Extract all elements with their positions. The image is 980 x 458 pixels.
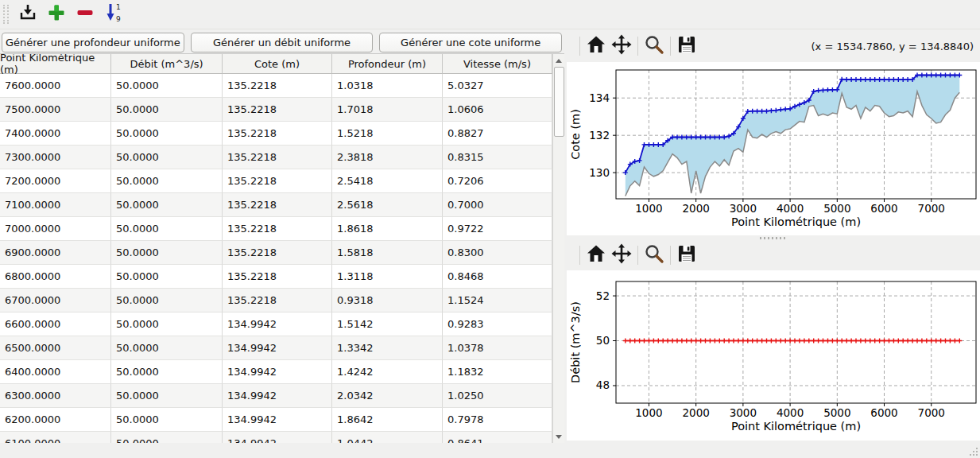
table-cell[interactable]: 50.0000 (111, 432, 223, 443)
table-cell[interactable]: 50.0000 (111, 408, 223, 432)
table-cell[interactable]: 0.8315 (443, 146, 552, 169)
table-cell[interactable]: 1.1832 (443, 360, 552, 384)
table-row[interactable]: 7400.000050.0000135.22181.52180.8827 (0, 122, 564, 146)
table-cell[interactable]: 2.0342 (332, 384, 443, 408)
table-row[interactable]: 7200.000050.0000135.22182.54180.7206 (0, 169, 564, 193)
table-cell[interactable]: 50.0000 (111, 289, 223, 312)
save-figure-button[interactable] (674, 243, 699, 267)
table-cell[interactable]: 1.0250 (443, 384, 552, 408)
table-cell[interactable]: 7000.0000 (0, 217, 111, 241)
table-cell[interactable]: 1.4242 (332, 360, 443, 384)
table-cell[interactable]: 50.0000 (111, 360, 223, 384)
table-row[interactable]: 6300.000050.0000134.99422.03421.0250 (0, 384, 564, 408)
table-row[interactable]: 6200.000050.0000134.99421.86420.7978 (0, 408, 564, 432)
table-cell[interactable]: 0.7978 (443, 408, 552, 432)
table-row[interactable]: 7000.000050.0000135.22181.86180.9722 (0, 217, 564, 241)
table-cell[interactable]: 1.5142 (332, 312, 443, 336)
table-cell[interactable]: 7600.0000 (0, 74, 111, 98)
save-figure-button[interactable] (674, 34, 699, 58)
home-button[interactable] (583, 34, 609, 58)
table-row[interactable]: 6600.000050.0000134.99421.51420.9283 (0, 312, 564, 336)
table-cell[interactable]: 6800.0000 (0, 265, 111, 289)
column-header[interactable]: Vitesse (m/s) (443, 54, 552, 74)
generate-uniform-depth-button[interactable]: Générer une profondeur uniforme (2, 33, 184, 52)
add-row-button[interactable] (44, 2, 69, 26)
table-cell[interactable]: 134.9942 (223, 360, 332, 384)
table-cell[interactable]: 135.2218 (223, 241, 332, 265)
table-cell[interactable]: 135.2218 (223, 169, 332, 193)
table-cell[interactable]: 50.0000 (111, 169, 223, 193)
table-row[interactable]: 6400.000050.0000134.99421.42421.1832 (0, 360, 564, 384)
table-cell[interactable]: 1.3342 (332, 336, 443, 360)
table-cell[interactable]: 50.0000 (111, 74, 223, 98)
table-cell[interactable]: 7500.0000 (0, 98, 111, 122)
table-cell[interactable]: 1.0378 (443, 336, 552, 360)
table-scrollbar[interactable] (552, 54, 564, 443)
table-cell[interactable]: 7400.0000 (0, 122, 111, 146)
scroll-up-button[interactable] (553, 55, 564, 67)
table-cell[interactable]: 134.9942 (223, 384, 332, 408)
table-cell[interactable]: 1.0606 (443, 98, 552, 122)
table-cell[interactable]: 0.8641 (443, 432, 552, 443)
table-cell[interactable]: 50.0000 (111, 384, 223, 408)
table-cell[interactable]: 1.8618 (332, 217, 443, 241)
scroll-down-button[interactable] (553, 431, 564, 443)
remove-row-button[interactable] (72, 2, 98, 26)
table-cell[interactable]: 1.7018 (332, 98, 443, 122)
window-resize-grip[interactable] (970, 448, 978, 456)
table-cell[interactable]: 1.3118 (332, 265, 443, 289)
table-cell[interactable]: 6400.0000 (0, 360, 111, 384)
table-cell[interactable]: 6100.0000 (0, 432, 111, 443)
table-cell[interactable]: 1.5218 (332, 122, 443, 146)
table-cell[interactable]: 135.2218 (223, 122, 332, 146)
generate-uniform-flow-button[interactable]: Générer un débit uniforme (191, 33, 374, 52)
table-cell[interactable]: 5.0327 (443, 74, 552, 98)
table-cell[interactable]: 6300.0000 (0, 384, 111, 408)
table-row[interactable]: 7300.000050.0000135.22182.38180.8315 (0, 146, 564, 169)
export-button[interactable] (15, 2, 41, 26)
table-cell[interactable]: 134.9942 (223, 312, 332, 336)
table-cell[interactable]: 1.8642 (332, 408, 443, 432)
table-cell[interactable]: 7300.0000 (0, 146, 111, 169)
table-cell[interactable]: 6900.0000 (0, 241, 111, 265)
table-row[interactable]: 6900.000050.0000135.22181.58180.8300 (0, 241, 564, 265)
table-cell[interactable]: 135.2218 (223, 74, 332, 98)
table-cell[interactable]: 50.0000 (111, 265, 223, 289)
table-cell[interactable]: 6600.0000 (0, 312, 111, 336)
generate-uniform-level-button[interactable]: Générer une cote uniforme (379, 33, 562, 52)
table-cell[interactable]: 0.8300 (443, 241, 552, 265)
table-row[interactable]: 7500.000050.0000135.22181.70181.0606 (0, 98, 564, 122)
table-cell[interactable]: 0.9722 (443, 217, 552, 241)
table-cell[interactable]: 2.5418 (332, 169, 443, 193)
column-header[interactable]: Profondeur (m) (332, 54, 443, 74)
home-button[interactable] (583, 243, 609, 267)
column-header[interactable]: Cote (m) (223, 54, 332, 74)
table-cell[interactable]: 50.0000 (111, 336, 223, 360)
pan-button[interactable] (609, 34, 634, 58)
table-cell[interactable]: 6700.0000 (0, 289, 111, 312)
zoom-button[interactable] (641, 34, 667, 58)
table-cell[interactable]: 135.2218 (223, 146, 332, 169)
table-row[interactable]: 6500.000050.0000134.99421.33421.0378 (0, 336, 564, 360)
pan-button[interactable] (609, 243, 634, 267)
table-cell[interactable]: 0.7000 (443, 193, 552, 217)
debit-chart[interactable]: 1000200030004000500060007000485052Point … (567, 270, 980, 441)
sort-rows-button[interactable]: 1 9 (101, 2, 126, 26)
table-cell[interactable]: 6200.0000 (0, 408, 111, 432)
table-cell[interactable]: 7200.0000 (0, 169, 111, 193)
table-row[interactable]: 6100.000050.0000134.99421.04420.8641 (0, 432, 564, 443)
table-cell[interactable]: 1.0442 (332, 432, 443, 443)
table-row[interactable]: 6800.000050.0000135.22181.31180.8468 (0, 265, 564, 289)
table-cell[interactable]: 2.3818 (332, 146, 443, 169)
table-cell[interactable]: 1.0318 (332, 74, 443, 98)
table-cell[interactable]: 1.5818 (332, 241, 443, 265)
table-cell[interactable]: 0.9318 (332, 289, 443, 312)
table-cell[interactable]: 2.5618 (332, 193, 443, 217)
table-row[interactable]: 6700.000050.0000135.22180.93181.1524 (0, 289, 564, 312)
table-cell[interactable]: 7100.0000 (0, 193, 111, 217)
table-cell[interactable]: 135.2218 (223, 98, 332, 122)
column-header[interactable]: Point Kilométrique (m) (0, 54, 111, 74)
table-cell[interactable]: 50.0000 (111, 193, 223, 217)
table-cell[interactable]: 135.2218 (223, 217, 332, 241)
table-cell[interactable]: 135.2218 (223, 193, 332, 217)
